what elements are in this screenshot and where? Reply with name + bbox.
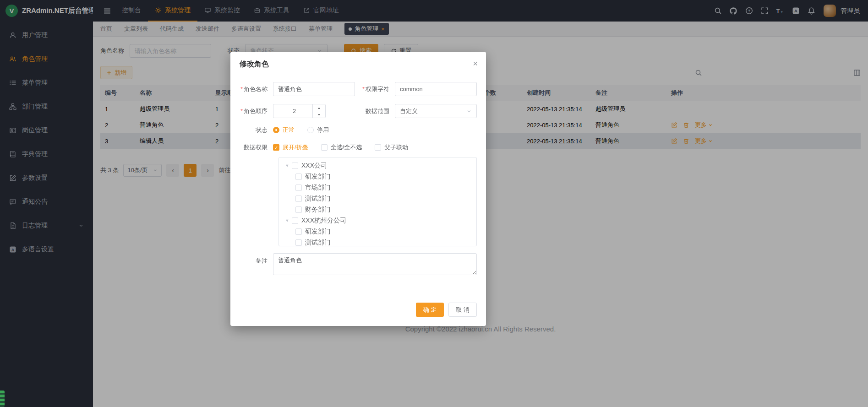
required-mark: * bbox=[240, 108, 243, 114]
checkbox-icon[interactable] bbox=[295, 228, 302, 235]
tree-node-dept[interactable]: 测试部门 bbox=[279, 193, 476, 204]
status-radio-disabled[interactable]: 停用 bbox=[307, 126, 329, 134]
required-mark: * bbox=[362, 86, 365, 92]
edit-role-dialog: 修改角色 × *角色名称 *权限字符 *角色顺序 ▲ ▼ bbox=[230, 52, 486, 326]
radio-label: 正常 bbox=[283, 126, 295, 134]
role-order-stepper: ▲ ▼ bbox=[273, 104, 326, 118]
status-label: 状态 bbox=[240, 126, 273, 134]
tree-node-label: XXX公司 bbox=[301, 162, 327, 170]
dialog-title: 修改角色 bbox=[240, 60, 269, 68]
checkbox-icon[interactable] bbox=[295, 174, 302, 180]
checkbox-label: 父子联动 bbox=[384, 143, 408, 152]
confirm-button[interactable]: 确 定 bbox=[416, 303, 444, 317]
status-radio-normal[interactable]: 正常 bbox=[273, 126, 295, 134]
role-name-label: *角色名称 bbox=[240, 85, 273, 93]
tree-node-label: 市场部门 bbox=[305, 184, 331, 192]
caret-down-icon[interactable]: ▼ bbox=[283, 163, 292, 168]
radio-icon bbox=[307, 127, 314, 133]
data-scope-select[interactable]: 自定义 bbox=[395, 104, 477, 118]
stepper-down-icon[interactable]: ▼ bbox=[313, 111, 325, 118]
remark-textarea[interactable]: 普通角色 bbox=[273, 253, 477, 275]
caret-down-icon[interactable]: ▼ bbox=[283, 218, 292, 223]
tree-node-branch-company[interactable]: ▼ XXX杭州分公司 bbox=[279, 215, 476, 226]
checkbox-icon[interactable] bbox=[292, 163, 298, 169]
data-scope-label: 数据范围 bbox=[361, 107, 395, 115]
tree-node-dept[interactable]: 研发部门 bbox=[279, 226, 476, 237]
remark-label: 备注 bbox=[240, 253, 273, 275]
radio-icon bbox=[273, 127, 279, 133]
permission-tree: ▼ XXX公司 研发部门 市场部门 测试部门 bbox=[278, 157, 477, 246]
select-all-checkbox[interactable]: 全选/全不选 bbox=[321, 143, 362, 152]
tree-node-label: XXX杭州分公司 bbox=[301, 217, 346, 225]
checkbox-icon[interactable] bbox=[292, 217, 298, 224]
dialog-header: 修改角色 × bbox=[230, 52, 486, 72]
dialog-footer: 确 定 取 消 bbox=[230, 303, 486, 326]
stepper-up-icon[interactable]: ▲ bbox=[313, 104, 325, 111]
close-icon[interactable]: × bbox=[473, 60, 478, 68]
tree-node-label: 研发部门 bbox=[305, 173, 331, 181]
dialog-body: *角色名称 *权限字符 *角色顺序 ▲ ▼ 数据范围 bbox=[230, 72, 486, 303]
cancel-button[interactable]: 取 消 bbox=[448, 303, 477, 317]
data-perm-label: 数据权限 bbox=[240, 143, 273, 152]
tree-node-dept[interactable]: 财务部门 bbox=[279, 204, 476, 215]
tree-node-company[interactable]: ▼ XXX公司 bbox=[279, 160, 476, 171]
tree-node-label: 测试部门 bbox=[305, 195, 331, 203]
data-scope-value: 自定义 bbox=[400, 107, 418, 115]
perm-char-input[interactable] bbox=[395, 82, 477, 96]
checkbox-icon bbox=[375, 144, 381, 151]
role-name-input[interactable] bbox=[273, 82, 355, 96]
tree-node-dept[interactable]: 市场部门 bbox=[279, 182, 476, 193]
corner-widget[interactable] bbox=[0, 391, 5, 407]
checkbox-icon[interactable] bbox=[295, 195, 302, 202]
tree-node-label: 测试部门 bbox=[305, 239, 331, 246]
tree-node-dept[interactable]: 测试部门 bbox=[279, 237, 476, 246]
checkbox-label: 展开/折叠 bbox=[283, 143, 308, 152]
checkbox-icon: ✓ bbox=[273, 144, 279, 151]
parent-child-link-checkbox[interactable]: 父子联动 bbox=[375, 143, 408, 152]
chevron-down-icon bbox=[466, 109, 472, 114]
checkbox-label: 全选/全不选 bbox=[331, 143, 362, 152]
expand-collapse-checkbox[interactable]: ✓ 展开/折叠 bbox=[273, 143, 308, 152]
perm-char-label: *权限字符 bbox=[361, 85, 395, 93]
required-mark: * bbox=[240, 86, 243, 92]
tree-node-dept[interactable]: 研发部门 bbox=[279, 171, 476, 182]
checkbox-icon[interactable] bbox=[295, 185, 302, 191]
tree-node-label: 财务部门 bbox=[305, 206, 331, 214]
checkbox-icon[interactable] bbox=[295, 206, 302, 213]
checkbox-icon bbox=[321, 144, 328, 151]
tree-node-label: 研发部门 bbox=[305, 228, 331, 236]
checkbox-icon[interactable] bbox=[295, 239, 302, 246]
radio-label: 停用 bbox=[317, 126, 329, 134]
role-order-label: *角色顺序 bbox=[240, 107, 273, 115]
